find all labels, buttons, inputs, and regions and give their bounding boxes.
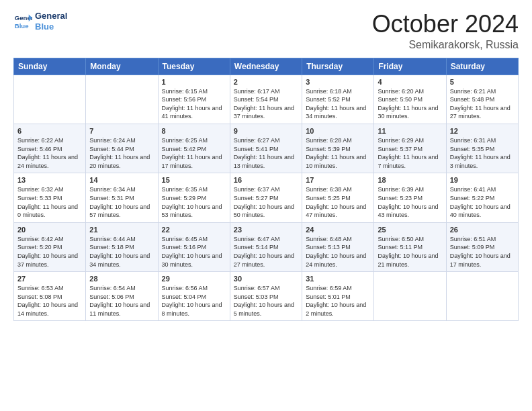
calendar-cell: 14Sunrise: 6:34 AM Sunset: 5:31 PM Dayli…	[86, 173, 158, 222]
calendar-cell: 17Sunrise: 6:38 AM Sunset: 5:25 PM Dayli…	[302, 173, 374, 222]
logo: General Blue General Blue	[13, 11, 67, 32]
calendar-cell: 25Sunrise: 6:50 AM Sunset: 5:11 PM Dayli…	[374, 222, 446, 271]
day-info: Sunrise: 6:21 AM Sunset: 5:48 PM Dayligh…	[450, 87, 515, 121]
day-info: Sunrise: 6:50 AM Sunset: 5:11 PM Dayligh…	[378, 235, 442, 269]
day-number: 7	[89, 127, 154, 135]
day-info: Sunrise: 6:48 AM Sunset: 5:13 PM Dayligh…	[306, 235, 370, 269]
day-info: Sunrise: 6:51 AM Sunset: 5:09 PM Dayligh…	[450, 235, 515, 269]
day-info: Sunrise: 6:32 AM Sunset: 5:33 PM Dayligh…	[17, 185, 82, 219]
day-info: Sunrise: 6:18 AM Sunset: 5:52 PM Dayligh…	[306, 87, 370, 121]
calendar-cell: 4Sunrise: 6:20 AM Sunset: 5:50 PM Daylig…	[374, 75, 446, 124]
day-number: 21	[89, 226, 154, 234]
day-number: 12	[450, 127, 515, 135]
col-header-friday: Friday	[374, 58, 446, 75]
calendar-cell: 16Sunrise: 6:37 AM Sunset: 5:27 PM Dayli…	[230, 173, 302, 222]
calendar-cell: 11Sunrise: 6:29 AM Sunset: 5:37 PM Dayli…	[374, 124, 446, 173]
calendar-cell: 21Sunrise: 6:44 AM Sunset: 5:18 PM Dayli…	[86, 222, 158, 271]
col-header-thursday: Thursday	[302, 58, 374, 75]
calendar-row-1: 1Sunrise: 6:15 AM Sunset: 5:56 PM Daylig…	[14, 75, 519, 124]
day-number: 9	[234, 127, 298, 135]
day-info: Sunrise: 6:39 AM Sunset: 5:23 PM Dayligh…	[378, 185, 442, 219]
day-number: 3	[306, 78, 370, 86]
calendar-cell: 5Sunrise: 6:21 AM Sunset: 5:48 PM Daylig…	[446, 75, 518, 124]
calendar-cell: 20Sunrise: 6:42 AM Sunset: 5:20 PM Dayli…	[14, 222, 86, 271]
day-number: 10	[306, 127, 370, 135]
col-header-saturday: Saturday	[446, 58, 518, 75]
day-number: 22	[162, 226, 226, 234]
day-number: 20	[17, 226, 82, 234]
logo-text-general: General	[35, 11, 67, 21]
calendar-cell: 31Sunrise: 6:59 AM Sunset: 5:01 PM Dayli…	[302, 272, 374, 321]
calendar-cell: 3Sunrise: 6:18 AM Sunset: 5:52 PM Daylig…	[302, 75, 374, 124]
day-number: 15	[162, 176, 226, 184]
day-info: Sunrise: 6:53 AM Sunset: 5:08 PM Dayligh…	[17, 284, 82, 318]
calendar-row-4: 20Sunrise: 6:42 AM Sunset: 5:20 PM Dayli…	[14, 222, 519, 271]
day-info: Sunrise: 6:17 AM Sunset: 5:54 PM Dayligh…	[234, 87, 298, 121]
day-info: Sunrise: 6:20 AM Sunset: 5:50 PM Dayligh…	[378, 87, 442, 121]
calendar-cell: 30Sunrise: 6:57 AM Sunset: 5:03 PM Dayli…	[230, 272, 302, 321]
day-info: Sunrise: 6:31 AM Sunset: 5:35 PM Dayligh…	[450, 136, 515, 170]
calendar-cell	[14, 75, 86, 124]
calendar-cell: 28Sunrise: 6:54 AM Sunset: 5:06 PM Dayli…	[86, 272, 158, 321]
day-number: 14	[89, 176, 154, 184]
calendar-row-5: 27Sunrise: 6:53 AM Sunset: 5:08 PM Dayli…	[14, 272, 519, 321]
day-number: 1	[162, 78, 226, 86]
calendar-table: SundayMondayTuesdayWednesdayThursdayFrid…	[13, 58, 519, 322]
day-info: Sunrise: 6:54 AM Sunset: 5:06 PM Dayligh…	[89, 284, 154, 318]
day-number: 6	[17, 127, 82, 135]
month-title: October 2024	[372, 11, 519, 38]
header: General Blue General Blue October 2024 S…	[13, 11, 519, 51]
day-number: 30	[234, 275, 298, 283]
calendar-cell: 19Sunrise: 6:41 AM Sunset: 5:22 PM Dayli…	[446, 173, 518, 222]
col-header-sunday: Sunday	[14, 58, 86, 75]
svg-text:Blue: Blue	[15, 21, 29, 29]
calendar-cell: 13Sunrise: 6:32 AM Sunset: 5:33 PM Dayli…	[14, 173, 86, 222]
day-info: Sunrise: 6:38 AM Sunset: 5:25 PM Dayligh…	[306, 185, 370, 219]
day-info: Sunrise: 6:56 AM Sunset: 5:04 PM Dayligh…	[162, 284, 226, 318]
location-title: Semikarakorsk, Russia	[372, 39, 519, 51]
day-info: Sunrise: 6:57 AM Sunset: 5:03 PM Dayligh…	[234, 284, 298, 318]
day-info: Sunrise: 6:24 AM Sunset: 5:44 PM Dayligh…	[89, 136, 154, 170]
calendar-row-2: 6Sunrise: 6:22 AM Sunset: 5:46 PM Daylig…	[14, 124, 519, 173]
day-number: 16	[234, 176, 298, 184]
day-info: Sunrise: 6:47 AM Sunset: 5:14 PM Dayligh…	[234, 235, 298, 269]
calendar-cell: 18Sunrise: 6:39 AM Sunset: 5:23 PM Dayli…	[374, 173, 446, 222]
day-number: 17	[306, 176, 370, 184]
day-number: 24	[306, 226, 370, 234]
calendar-cell: 6Sunrise: 6:22 AM Sunset: 5:46 PM Daylig…	[14, 124, 86, 173]
day-info: Sunrise: 6:29 AM Sunset: 5:37 PM Dayligh…	[378, 136, 442, 170]
calendar-cell: 9Sunrise: 6:27 AM Sunset: 5:41 PM Daylig…	[230, 124, 302, 173]
day-info: Sunrise: 6:37 AM Sunset: 5:27 PM Dayligh…	[234, 185, 298, 219]
day-number: 23	[234, 226, 298, 234]
calendar-cell: 23Sunrise: 6:47 AM Sunset: 5:14 PM Dayli…	[230, 222, 302, 271]
day-number: 27	[17, 275, 82, 283]
calendar-cell	[374, 272, 446, 321]
page: General Blue General Blue October 2024 S…	[0, 0, 532, 411]
col-header-tuesday: Tuesday	[158, 58, 230, 75]
col-header-wednesday: Wednesday	[230, 58, 302, 75]
day-info: Sunrise: 6:27 AM Sunset: 5:41 PM Dayligh…	[234, 136, 298, 170]
day-info: Sunrise: 6:44 AM Sunset: 5:18 PM Dayligh…	[89, 235, 154, 269]
calendar-cell	[446, 272, 518, 321]
logo-text-blue: Blue	[35, 21, 67, 32]
day-number: 29	[162, 275, 226, 283]
day-number: 2	[234, 78, 298, 86]
title-block: October 2024 Semikarakorsk, Russia	[372, 11, 519, 51]
day-number: 25	[378, 226, 442, 234]
calendar-cell: 26Sunrise: 6:51 AM Sunset: 5:09 PM Dayli…	[446, 222, 518, 271]
day-number: 8	[162, 127, 226, 135]
day-number: 31	[306, 275, 370, 283]
calendar-cell: 15Sunrise: 6:35 AM Sunset: 5:29 PM Dayli…	[158, 173, 230, 222]
day-number: 11	[378, 127, 442, 135]
day-info: Sunrise: 6:22 AM Sunset: 5:46 PM Dayligh…	[17, 136, 82, 170]
calendar-cell: 7Sunrise: 6:24 AM Sunset: 5:44 PM Daylig…	[86, 124, 158, 173]
day-info: Sunrise: 6:28 AM Sunset: 5:39 PM Dayligh…	[306, 136, 370, 170]
day-info: Sunrise: 6:59 AM Sunset: 5:01 PM Dayligh…	[306, 284, 370, 318]
day-number: 18	[378, 176, 442, 184]
calendar-row-3: 13Sunrise: 6:32 AM Sunset: 5:33 PM Dayli…	[14, 173, 519, 222]
calendar-cell: 29Sunrise: 6:56 AM Sunset: 5:04 PM Dayli…	[158, 272, 230, 321]
calendar-cell: 12Sunrise: 6:31 AM Sunset: 5:35 PM Dayli…	[446, 124, 518, 173]
day-info: Sunrise: 6:25 AM Sunset: 5:42 PM Dayligh…	[162, 136, 226, 170]
day-number: 13	[17, 176, 82, 184]
day-info: Sunrise: 6:41 AM Sunset: 5:22 PM Dayligh…	[450, 185, 515, 219]
